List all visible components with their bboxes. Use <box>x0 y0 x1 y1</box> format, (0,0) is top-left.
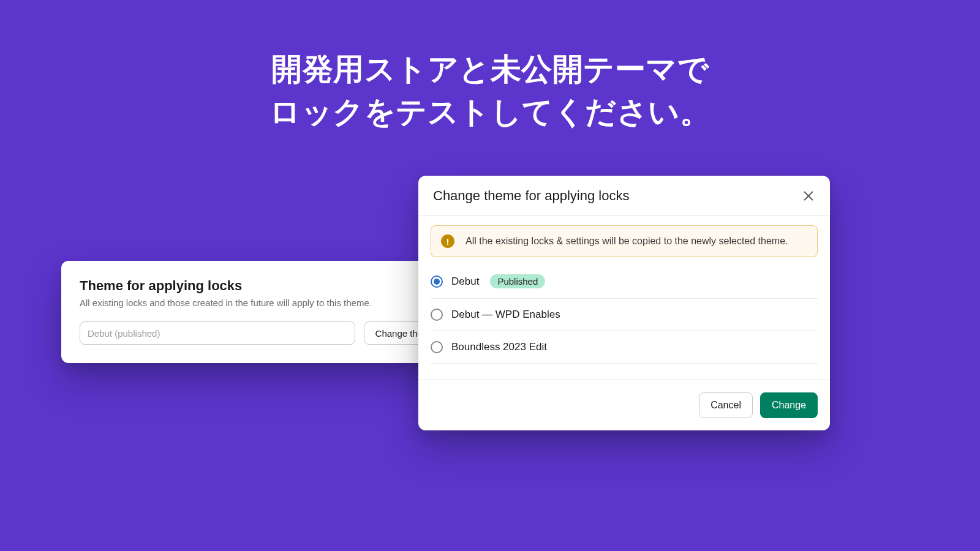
published-badge: Published <box>490 274 545 288</box>
info-alert: ! All the existing locks & settings will… <box>431 225 818 257</box>
confirm-change-button[interactable]: Change <box>760 392 818 418</box>
radio-icon <box>431 309 443 321</box>
theme-option-label: Debut — WPD Enables <box>451 309 560 321</box>
theme-options-list: Debut Published Debut — WPD Enables Boun… <box>431 271 818 364</box>
alert-text: All the existing locks & settings will b… <box>466 236 788 247</box>
radio-icon <box>431 276 443 288</box>
theme-option-label: Boundless 2023 Edit <box>451 341 547 353</box>
theme-option-label: Debut <box>451 276 479 288</box>
warning-glyph: ! <box>447 237 450 246</box>
headline-line-2: ロックをテストしてください。 <box>0 91 980 133</box>
settings-description: All existing locks and those created in … <box>80 298 447 308</box>
close-icon[interactable] <box>802 189 815 203</box>
radio-icon <box>431 341 443 353</box>
settings-title: Theme for applying locks <box>80 278 447 294</box>
modal-header: Change theme for applying locks <box>418 176 830 216</box>
page-headline: 開発用ストアと未公開テーマで ロックをテストしてください。 <box>0 48 980 133</box>
theme-option-debut-wpd[interactable]: Debut — WPD Enables <box>431 299 818 331</box>
headline-line-1: 開発用ストアと未公開テーマで <box>0 48 980 91</box>
current-theme-input[interactable] <box>80 321 355 345</box>
cancel-button[interactable]: Cancel <box>699 392 753 418</box>
theme-settings-card: Theme for applying locks All existing lo… <box>61 261 466 363</box>
change-theme-modal: Change theme for applying locks ! All th… <box>418 176 830 430</box>
warning-icon: ! <box>441 234 454 248</box>
settings-row: Change theme <box>80 321 447 345</box>
modal-body: ! All the existing locks & settings will… <box>418 216 830 364</box>
theme-option-boundless[interactable]: Boundless 2023 Edit <box>431 331 818 364</box>
modal-title: Change theme for applying locks <box>433 188 629 204</box>
theme-option-debut[interactable]: Debut Published <box>431 271 818 299</box>
modal-footer: Cancel Change <box>418 380 830 430</box>
